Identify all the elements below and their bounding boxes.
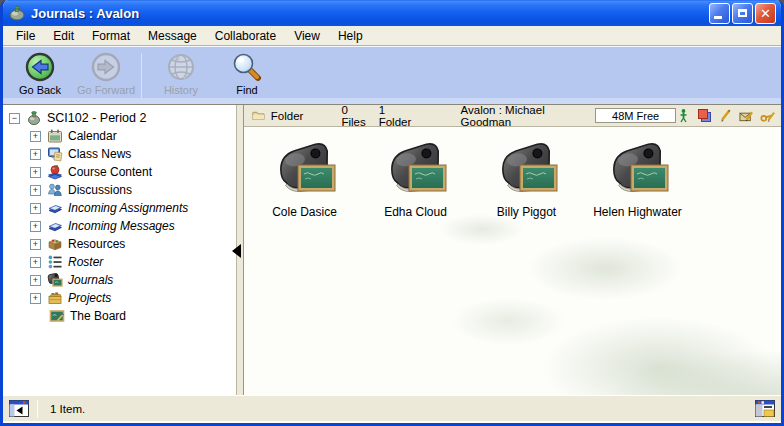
app-icon — [8, 5, 26, 21]
maximize-icon — [738, 9, 747, 17]
files-area[interactable]: Cole Dasice — [244, 127, 781, 395]
free-space-indicator: 48M Free — [595, 108, 676, 123]
find-label: Find — [236, 84, 257, 96]
close-button[interactable]: ✕ — [755, 3, 776, 24]
history-button[interactable]: History — [148, 51, 214, 101]
resources-box-icon — [47, 236, 63, 252]
tree-root-label: SCI102 - Period 2 — [47, 111, 146, 125]
sidebar-item-discussions[interactable]: + Discussions — [3, 181, 236, 199]
window-title: Journals : Avalon — [31, 6, 707, 21]
collapse-panel-arrow-icon[interactable] — [231, 243, 243, 259]
books-stack-icon — [47, 218, 63, 234]
sidebar-tree: − SCI102 - Period 2 + Cale — [3, 105, 236, 395]
expand-toggle-icon[interactable]: + — [30, 203, 41, 214]
expand-toggle-icon[interactable]: + — [30, 275, 41, 286]
menu-view[interactable]: View — [285, 27, 329, 45]
sidebar-item-label: Journals — [68, 273, 113, 287]
journal-item-billy-piggot[interactable]: Billy Piggot — [474, 143, 579, 219]
collapse-toggle-icon[interactable]: − — [9, 113, 20, 124]
tree-root-sci102[interactable]: − SCI102 - Period 2 — [3, 109, 236, 127]
menu-edit[interactable]: Edit — [44, 27, 83, 45]
go-forward-label: Go Forward — [77, 84, 135, 96]
menu-collaborate[interactable]: Collaborate — [206, 27, 285, 45]
journal-book-icon — [606, 143, 670, 199]
toolbar-separator — [141, 53, 142, 99]
menu-format[interactable]: Format — [83, 27, 139, 45]
find-icon — [231, 51, 263, 83]
panel-toggle-icon[interactable] — [9, 400, 29, 417]
go-back-label: Go Back — [19, 84, 61, 96]
sidebar-item-projects[interactable]: + Projects — [3, 289, 236, 307]
files-count: 0 Files — [341, 104, 368, 128]
title-bar[interactable]: Journals : Avalon ✕ — [3, 0, 781, 26]
sidebar-item-label: Course Content — [68, 165, 152, 179]
folder-info-bar: Folder 0 Files 1 Folder Avalon : Michael… — [244, 105, 781, 127]
go-back-icon — [24, 51, 56, 83]
projects-crate-icon — [47, 290, 63, 306]
history-label: History — [164, 84, 198, 96]
sidebar-item-calendar[interactable]: + Calendar — [3, 127, 236, 145]
body-area: − SCI102 - Period 2 + Cale — [3, 104, 781, 395]
journal-label: Helen Highwater — [593, 205, 682, 219]
expand-toggle-icon[interactable]: + — [30, 257, 41, 268]
pencil-status-icon[interactable] — [718, 108, 733, 123]
journal-item-cole-dasice[interactable]: Cole Dasice — [252, 143, 357, 219]
panel-splitter[interactable] — [236, 105, 244, 395]
sidebar-item-label: Discussions — [68, 183, 132, 197]
sidebar-item-label: Class News — [68, 147, 131, 161]
sidebar-item-label: Projects — [68, 291, 111, 305]
expand-toggle-icon[interactable]: + — [30, 131, 41, 142]
menu-bar: File Edit Format Message Collaborate Vie… — [3, 26, 781, 46]
sidebar-item-label: Incoming Assignments — [68, 201, 188, 215]
layers-status-icon[interactable] — [697, 108, 712, 123]
folder-type-label: Folder — [271, 110, 304, 122]
expand-toggle-icon[interactable]: + — [30, 239, 41, 250]
key-pencil-status-icon[interactable] — [760, 108, 775, 123]
go-forward-button[interactable]: Go Forward — [73, 51, 139, 101]
expand-toggle-icon[interactable]: + — [30, 185, 41, 196]
maximize-button[interactable] — [732, 3, 753, 24]
expand-toggle-icon[interactable]: + — [30, 293, 41, 304]
books-stack-icon — [47, 200, 63, 216]
menu-help[interactable]: Help — [329, 27, 372, 45]
go-forward-icon — [90, 51, 122, 83]
apple-books-icon — [47, 164, 63, 180]
sidebar-item-label: Calendar — [68, 129, 117, 143]
mail-pencil-status-icon[interactable] — [739, 108, 754, 123]
close-icon: ✕ — [760, 7, 771, 20]
sidebar-item-journals[interactable]: + Journals — [3, 271, 236, 289]
free-space-label: 48M Free — [612, 110, 659, 122]
main-panel: Folder 0 Files 1 Folder Avalon : Michael… — [244, 105, 781, 395]
sidebar-item-course-content[interactable]: + Course Content — [3, 163, 236, 181]
menu-file[interactable]: File — [7, 27, 44, 45]
app-window: Journals : Avalon ✕ File Edit Format Mes… — [0, 0, 784, 426]
flask-icon — [26, 110, 42, 126]
layout-toggle-icon[interactable] — [755, 400, 775, 417]
minimize-button[interactable] — [709, 3, 730, 24]
sidebar-item-class-news[interactable]: + Class News — [3, 145, 236, 163]
journal-item-edha-cloud[interactable]: Edha Cloud — [363, 143, 468, 219]
find-button[interactable]: Find — [214, 51, 280, 101]
people-icon — [47, 182, 63, 198]
sidebar-item-incoming-assignments[interactable]: + Incoming Assignments — [3, 199, 236, 217]
expand-toggle-icon[interactable]: + — [30, 167, 41, 178]
statusbar-divider — [37, 400, 38, 418]
sidebar-item-roster[interactable]: + Roster — [3, 253, 236, 271]
account-label: Avalon : Michael Goodman — [461, 104, 572, 128]
status-bar: 1 Item. — [3, 395, 781, 421]
sidebar-item-resources[interactable]: + Resources — [3, 235, 236, 253]
person-status-icon[interactable] — [676, 108, 691, 123]
sidebar-item-the-board[interactable]: The Board — [3, 307, 236, 325]
folder-status-icons — [676, 108, 775, 123]
go-back-button[interactable]: Go Back — [7, 51, 73, 101]
menu-message[interactable]: Message — [139, 27, 206, 45]
expand-toggle-icon[interactable]: + — [30, 221, 41, 232]
sidebar-item-label: Incoming Messages — [68, 219, 175, 233]
folders-count: 1 Folder — [379, 104, 413, 128]
minimize-icon — [714, 16, 722, 19]
journal-item-helen-highwater[interactable]: Helen Highwater — [585, 143, 690, 219]
sidebar-item-label: Resources — [68, 237, 125, 251]
expand-toggle-icon[interactable]: + — [30, 149, 41, 160]
item-count-label: 1 Item. — [50, 403, 85, 415]
sidebar-item-incoming-messages[interactable]: + Incoming Messages — [3, 217, 236, 235]
